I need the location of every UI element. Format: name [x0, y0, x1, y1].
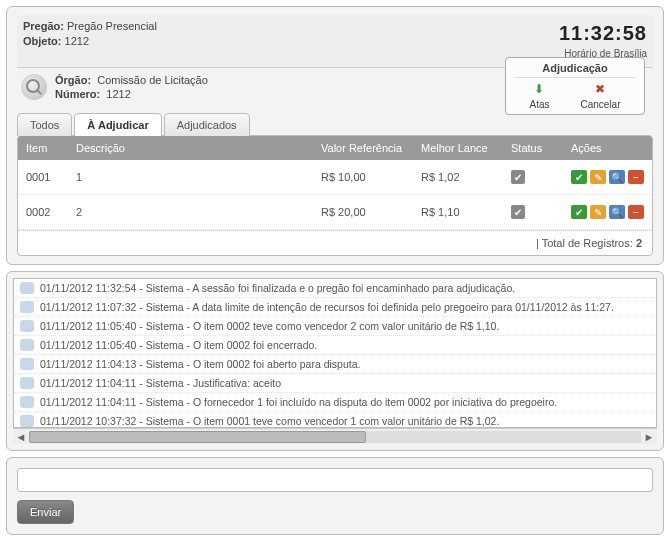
chat-icon	[20, 282, 34, 294]
cell-melhor-lance: R$ 1,10	[413, 195, 503, 230]
tab-adjudicar[interactable]: À Adjudicar	[74, 113, 161, 136]
scroll-left-icon[interactable]: ◄	[13, 431, 29, 443]
chat-icon	[20, 301, 34, 313]
th-melhor-lance: Melhor Lance	[413, 136, 503, 160]
log-text: 01/11/2012 11:04:13 - Sistema - O item 0…	[40, 358, 360, 370]
message-input[interactable]	[17, 468, 653, 492]
footer-count: 2	[636, 237, 642, 249]
cell-status: ✔	[503, 195, 563, 230]
log-line: 01/11/2012 10:37:32 - Sistema - O item 0…	[14, 412, 656, 428]
header-right: 11:32:58 Horário de Brasília	[559, 19, 647, 61]
footer-label: | Total de Registros:	[536, 237, 633, 249]
log-text: 01/11/2012 11:04:11 - Sistema - O fornec…	[40, 396, 557, 408]
cell-descricao: 2	[68, 195, 313, 230]
log-card: 01/11/2012 11:32:54 - Sistema - A sessão…	[6, 271, 664, 451]
scroll-right-icon[interactable]: ►	[641, 431, 657, 443]
enviar-button[interactable]: Enviar	[17, 500, 74, 524]
remove-icon[interactable]: −	[628, 205, 644, 219]
remove-icon[interactable]: −	[628, 170, 644, 184]
tab-todos[interactable]: Todos	[17, 113, 72, 136]
cell-valor-ref: R$ 20,00	[313, 195, 413, 230]
clock-time: 11:32:58	[559, 19, 647, 47]
header-left: Pregão: Pregão Presencial Objeto: 1212	[23, 19, 157, 50]
table-row: 00022R$ 20,00R$ 1,10✔✔✎🔍−	[18, 195, 652, 230]
cell-status: ✔	[503, 160, 563, 195]
cell-item: 0001	[18, 160, 68, 195]
items-table-wrap: Item Descrição Valor Referência Melhor L…	[17, 135, 653, 256]
status-check-icon: ✔	[511, 205, 525, 219]
cell-item: 0002	[18, 195, 68, 230]
cell-melhor-lance: R$ 1,02	[413, 160, 503, 195]
chat-icon	[20, 377, 34, 389]
actions-box: Adjudicação ⬇ Atas ✖ Cancelar	[505, 57, 645, 115]
download-icon: ⬇	[531, 81, 547, 97]
chat-icon	[20, 415, 34, 427]
th-acoes: Ações	[563, 136, 652, 160]
chat-icon	[20, 320, 34, 332]
edit-icon[interactable]: ✎	[590, 170, 606, 184]
horizontal-scrollbar[interactable]: ◄ ►	[13, 428, 657, 444]
th-valor-ref: Valor Referência	[313, 136, 413, 160]
log-text: 01/11/2012 11:32:54 - Sistema - A sessão…	[40, 282, 515, 294]
edit-icon[interactable]: ✎	[590, 205, 606, 219]
cell-acoes: ✔✎🔍−	[563, 195, 652, 230]
approve-icon[interactable]: ✔	[571, 205, 587, 219]
log-line: 01/11/2012 11:04:13 - Sistema - O item 0…	[14, 355, 656, 374]
approve-icon[interactable]: ✔	[571, 170, 587, 184]
pregao-label: Pregão:	[23, 20, 64, 32]
log-line: 01/11/2012 11:05:40 - Sistema - O item 0…	[14, 336, 656, 355]
cell-acoes: ✔✎🔍−	[563, 160, 652, 195]
view-icon[interactable]: 🔍	[609, 205, 625, 219]
items-table: Item Descrição Valor Referência Melhor L…	[18, 136, 652, 230]
scroll-thumb[interactable]	[29, 431, 366, 443]
log-line: 01/11/2012 11:07:32 - Sistema - A data l…	[14, 298, 656, 317]
chat-icon	[20, 339, 34, 351]
numero-value: 1212	[106, 88, 130, 100]
cancel-icon: ✖	[592, 81, 608, 97]
scroll-track[interactable]	[29, 431, 641, 443]
main-panel: Pregão: Pregão Presencial Objeto: 1212 1…	[6, 6, 664, 265]
objeto-label: Objeto:	[23, 35, 62, 47]
table-row: 00011R$ 10,00R$ 1,02✔✔✎🔍−	[18, 160, 652, 195]
numero-label: Número:	[55, 88, 100, 100]
log-text: 01/11/2012 10:37:32 - Sistema - O item 0…	[40, 415, 499, 427]
cancelar-button[interactable]: ✖ Cancelar	[580, 81, 620, 110]
log-text: 01/11/2012 11:04:11 - Sistema - Justific…	[40, 377, 281, 389]
orgao-label: Órgão:	[55, 74, 91, 86]
view-icon[interactable]: 🔍	[609, 170, 625, 184]
actions-title: Adjudicação	[514, 62, 636, 78]
tab-adjudicados[interactable]: Adjudicados	[164, 113, 250, 136]
log-text: 01/11/2012 11:07:32 - Sistema - A data l…	[40, 301, 614, 313]
log-text: 01/11/2012 11:05:40 - Sistema - O item 0…	[40, 320, 499, 332]
th-descricao: Descrição	[68, 136, 313, 160]
log-line: 01/11/2012 11:04:11 - Sistema - Justific…	[14, 374, 656, 393]
tabs: Todos À Adjudicar Adjudicados	[17, 112, 653, 135]
th-item: Item	[18, 136, 68, 160]
status-check-icon: ✔	[511, 170, 525, 184]
chat-icon	[20, 396, 34, 408]
log-box[interactable]: 01/11/2012 11:32:54 - Sistema - A sessão…	[13, 278, 657, 428]
cell-valor-ref: R$ 10,00	[313, 160, 413, 195]
pregao-value: Pregão Presencial	[67, 20, 157, 32]
search-icon[interactable]	[21, 74, 47, 100]
log-line: 01/11/2012 11:05:40 - Sistema - O item 0…	[14, 317, 656, 336]
atas-button[interactable]: ⬇ Atas	[529, 81, 549, 110]
log-line: 01/11/2012 11:04:11 - Sistema - O fornec…	[14, 393, 656, 412]
message-card: Enviar	[6, 457, 664, 535]
chat-icon	[20, 358, 34, 370]
cancelar-label: Cancelar	[580, 99, 620, 110]
atas-label: Atas	[529, 99, 549, 110]
log-line: 01/11/2012 11:32:54 - Sistema - A sessão…	[14, 279, 656, 298]
objeto-value: 1212	[65, 35, 89, 47]
table-footer: | Total de Registros: 2	[18, 230, 652, 255]
th-status: Status	[503, 136, 563, 160]
log-text: 01/11/2012 11:05:40 - Sistema - O item 0…	[40, 339, 317, 351]
cell-descricao: 1	[68, 160, 313, 195]
orgao-value: Comissão de Licitação	[97, 74, 208, 86]
